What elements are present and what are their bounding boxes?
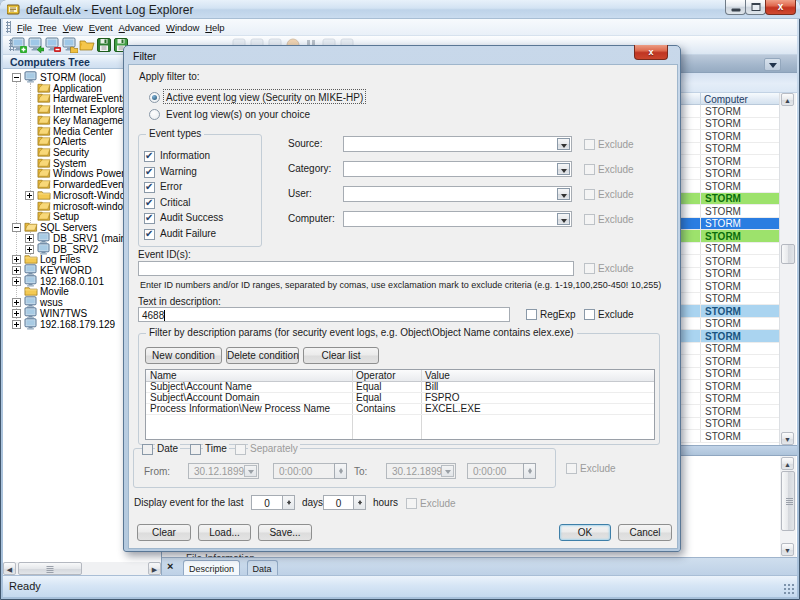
menubar-grip[interactable] [6,21,11,33]
dialog-close-button[interactable]: x [634,45,668,60]
tree-item-label[interactable]: Internet Explorer [53,104,127,115]
scroll-thumb[interactable] [781,244,795,264]
to-time-spinner[interactable] [523,463,536,479]
column-header-computer[interactable]: Computer [704,94,748,105]
scroll-up-button[interactable]: ▲ [781,457,794,470]
tree-item-label[interactable]: 192.168.0.101 [40,276,104,287]
tab-list-dropdown-button[interactable] [764,58,781,71]
open-log-icon[interactable] [62,37,79,54]
tree-item-label[interactable]: WIN7TWS [40,308,87,319]
expand-icon[interactable] [12,298,21,307]
user-exclude-checkbox[interactable] [584,189,595,200]
dropdown-arrow-icon[interactable] [557,213,570,225]
tree-item-label[interactable]: OAlerts [53,136,86,147]
scroll-right-button[interactable]: ▶ [148,562,161,575]
tree-item-label[interactable]: 192.168.179.129 [40,319,115,330]
resize-grip[interactable] [783,583,795,595]
menu-help[interactable]: Help [202,21,227,34]
maximize-button[interactable] [745,0,766,15]
user-combobox[interactable] [343,186,572,202]
tree-item-label[interactable]: Application [53,83,102,94]
radio-active-view-label[interactable]: Active event log view (Security on MIKE-… [166,92,363,103]
scroll-up-button[interactable]: ▲ [781,93,794,106]
tree-item-label[interactable]: Security [53,147,89,158]
days-input[interactable]: 0 [251,495,283,510]
expand-icon[interactable] [12,255,21,264]
menu-view[interactable]: View [60,21,86,34]
hours-input[interactable]: 0 [323,495,354,510]
tree-item-label[interactable]: DB_SRV2 [53,244,98,255]
event-grid-scrollbar[interactable]: ▲ ▼ [779,93,796,445]
event-type-checkbox-warning[interactable] [144,167,155,178]
expand-icon[interactable] [12,309,21,318]
text-description-input[interactable]: 4688 [138,307,510,322]
expand-icon[interactable] [25,191,34,200]
description-scrollbar[interactable]: ▲ ▼ [780,456,796,557]
ok-button[interactable]: OK [559,524,611,541]
menu-file[interactable]: File [14,21,35,34]
category-combobox[interactable] [343,161,572,177]
menu-advanced[interactable]: Advanced [116,21,163,34]
tab-data[interactable]: Data [247,560,278,576]
tree-item-label[interactable]: KEYWORD [40,265,92,276]
load-button[interactable]: Load... [198,524,251,541]
expand-icon[interactable] [12,277,21,286]
text-exclude-checkbox[interactable] [584,309,595,320]
tree-item-label[interactable]: Movile [40,286,69,297]
tree-item-label[interactable]: System [53,158,86,169]
radio-choice-view[interactable] [149,109,160,120]
regexp-checkbox[interactable] [526,309,537,320]
category-exclude-checkbox[interactable] [584,164,595,175]
tree-item-label[interactable]: Media Center [53,126,113,137]
time-checkbox[interactable] [190,444,201,455]
scroll-down-button[interactable]: ▼ [781,543,794,556]
menu-window[interactable]: Window [163,21,202,34]
condition-row[interactable]: Process Information\New Process NameCont… [146,404,654,415]
dropdown-arrow-icon[interactable] [557,138,570,150]
event-ids-exclude-checkbox[interactable] [584,263,595,274]
date-checkbox[interactable] [142,444,153,455]
tree-horizontal-scrollbar[interactable]: ◀ ▶ [3,562,161,575]
open-file-icon[interactable] [79,37,96,54]
menu-event[interactable]: Event [86,21,116,34]
event-type-checkbox-audit-failure[interactable] [144,229,155,240]
refresh-computer-icon[interactable] [28,37,45,54]
separately-checkbox[interactable] [235,444,246,455]
scroll-down-button[interactable]: ▼ [781,432,794,445]
tree-item-label[interactable]: wsus [40,297,63,308]
expand-icon[interactable] [12,320,21,329]
expand-icon[interactable] [25,245,34,254]
computer-combobox[interactable] [343,211,572,227]
event-ids-input[interactable] [138,261,574,276]
scroll-left-button[interactable]: ◀ [3,562,16,575]
connect-computer-icon[interactable] [11,37,28,54]
days-spinner[interactable] [282,495,295,510]
tree-item-label[interactable]: HardwareEvents [53,93,127,104]
tab-description[interactable]: Description [183,560,240,576]
computer-exclude-checkbox[interactable] [584,214,595,225]
expand-icon[interactable] [12,266,21,275]
close-button[interactable]: x [765,0,796,15]
collapse-icon[interactable] [12,223,21,232]
menu-tree[interactable]: Tree [35,21,60,34]
source-combobox[interactable] [343,136,572,152]
radio-choice-view-label[interactable]: Event log view(s) on your choice [166,109,310,120]
tree-item-label[interactable]: Setup [53,211,79,222]
clear-list-button[interactable]: Clear list [303,347,379,364]
dropdown-arrow-icon[interactable] [557,163,570,175]
close-panel-button[interactable]: × [167,560,173,572]
new-condition-button[interactable]: New condition [145,347,222,364]
display-exclude-checkbox[interactable] [406,498,417,509]
event-type-checkbox-audit-success[interactable] [144,213,155,224]
cancel-button[interactable]: Cancel [618,524,672,541]
event-type-checkbox-critical[interactable] [144,198,155,209]
tree-item-label[interactable]: ForwardedEvents [53,179,131,190]
radio-active-view[interactable] [149,92,160,103]
from-date-field[interactable]: 30.12.1899 [188,463,259,479]
save-workspace-icon[interactable] [96,37,113,54]
event-type-checkbox-error[interactable] [144,182,155,193]
event-type-checkbox-information[interactable] [144,151,155,162]
clear-button[interactable]: Clear [137,524,191,541]
source-exclude-checkbox[interactable] [584,139,595,150]
disconnect-computer-icon[interactable] [45,37,62,54]
